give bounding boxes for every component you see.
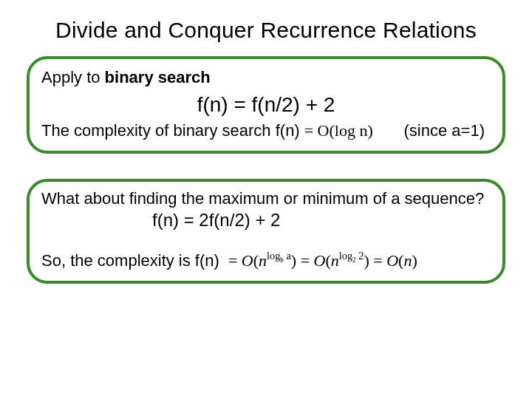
apply-line: Apply to binary search — [41, 66, 491, 89]
slide: Divide and Conquer Recurrence Relations … — [0, 0, 532, 399]
so-row: So, the complexity is f(n) = O(nlogb a) … — [41, 251, 491, 270]
formula-binary-search: f(n) = f(n/2) + 2 — [41, 93, 491, 117]
question-line: What about finding the maximum or minimu… — [41, 189, 491, 208]
so-prefix: So, the complexity is f(n) — [41, 251, 219, 270]
complexity-row: The complexity of binary search f(n) = O… — [41, 121, 491, 140]
complexity-prefix: The complexity of binary search f(n) — [41, 121, 300, 140]
formula-max-min: f(n) = 2f(n/2) + 2 — [152, 210, 491, 231]
box-max-min: What about finding the maximum or minimu… — [27, 179, 505, 284]
so-math: = O(nlogb a) = O(nlog2 2) = O(n) — [228, 251, 417, 270]
complexity-math: = O(log n) — [304, 121, 373, 140]
apply-prefix: Apply to — [41, 68, 105, 86]
slide-title: Divide and Conquer Recurrence Relations — [27, 18, 505, 43]
since-note: (since a=1) — [404, 121, 491, 140]
box-binary-search: Apply to binary search f(n) = f(n/2) + 2… — [27, 56, 505, 154]
apply-bold: binary search — [105, 68, 211, 86]
